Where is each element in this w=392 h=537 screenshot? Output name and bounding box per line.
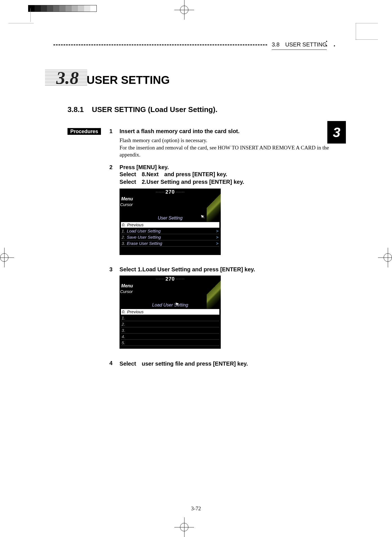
- chevron-right-icon: >: [216, 241, 220, 246]
- menu-item-index: 0.: [121, 222, 126, 227]
- compass-heading: 270: [166, 189, 175, 195]
- menu-item: 0.Previous: [121, 222, 220, 228]
- page-content: 3.8 USER SETTING ・・・ 3.8 USER SETTING 3.…: [53, 39, 340, 375]
- step-number: 1: [109, 128, 114, 158]
- page-number: 3-72: [0, 505, 392, 512]
- menu-item: 1.Load User Setting>: [121, 228, 220, 234]
- step-number: 4: [109, 360, 114, 370]
- crop-mark: [355, 23, 378, 23]
- menu-item-index: 0.: [121, 309, 126, 314]
- menu-item-index: 1.: [121, 229, 126, 233]
- crop-mark: [30, 8, 31, 22]
- screenshot-load-user-setting-menu: 270 Menu Cursor Load User Setting 0.Prev…: [120, 276, 221, 349]
- menu-item-index: 4.: [121, 334, 126, 339]
- screenshot-user-setting-menu: 270 Menu Cursor User Setting 0.Previous1…: [120, 189, 221, 255]
- crop-mark: [356, 23, 356, 40]
- chevron-right-icon: >: [216, 235, 220, 240]
- step-title: Insert a flash memory card into the card…: [120, 128, 340, 135]
- menu-item: 5.: [121, 340, 220, 346]
- menu-item: 0.Previous: [121, 309, 220, 315]
- menu-item-index: 2.: [121, 235, 126, 240]
- registration-mark-top: [174, 0, 194, 20]
- step-number: 2: [109, 164, 114, 261]
- chapter-tab: 3: [327, 121, 346, 144]
- header-dots-icon: ・・・: [323, 39, 339, 48]
- step-2: 2 Press [MENU] key. Select 8.Next and pr…: [109, 164, 340, 261]
- menu-item: 1.: [121, 315, 220, 321]
- registration-mark-bottom: [174, 517, 194, 537]
- crop-mark: [8, 23, 34, 23]
- menu-item-index: 5.: [121, 340, 126, 345]
- step-1: 1 Insert a flash memory card into the ca…: [109, 128, 340, 158]
- menu-item: 3.Erase User Setting>: [121, 240, 220, 247]
- menu-item: 4.: [121, 334, 220, 340]
- registration-mark-left: [0, 248, 14, 267]
- grayscale-calibration-strip: [28, 5, 97, 12]
- step-title: Press [MENU] key. Select 8.Next and pres…: [120, 164, 340, 186]
- subsection-heading: 3.8.1 USER SETTING (Load User Setting).: [67, 105, 340, 114]
- step-number: 3: [109, 266, 114, 354]
- menu-item-index: 3.: [121, 328, 126, 333]
- procedures-badge: Procedures: [67, 128, 101, 135]
- section-number: 3.8: [53, 68, 82, 88]
- crop-mark: [355, 39, 378, 40]
- menu-item-index: 3.: [121, 241, 126, 246]
- chevron-right-icon: >: [216, 229, 220, 233]
- menu-title: Load User Setting: [120, 283, 221, 309]
- menu-item-label: Save User Setting: [126, 235, 216, 240]
- steps-container: 1 Insert a flash memory card into the ca…: [109, 128, 340, 375]
- step-title: Select 1.Load User Setting and press [EN…: [120, 266, 340, 273]
- menu-item-index: 2.: [121, 322, 126, 326]
- menu-item-label: Load User Setting: [126, 229, 216, 233]
- menu-item: 2.Save User Setting>: [121, 234, 220, 240]
- menu-item: 3.: [121, 327, 220, 334]
- menu-item-label: Previous: [126, 222, 219, 227]
- menu-item: 2.: [121, 321, 220, 327]
- step-3: 3 Select 1.Load User Setting and press […: [109, 266, 340, 354]
- registration-mark-right: [378, 248, 392, 267]
- step-title: Select user setting file and press [ENTE…: [120, 360, 340, 368]
- running-header-text: 3.8 USER SETTING: [272, 41, 327, 50]
- menu-item-label: Previous: [126, 309, 219, 314]
- step-4: 4 Select user setting file and press [EN…: [109, 360, 340, 370]
- compass-heading: 270: [166, 276, 175, 282]
- menu-item-label: Erase User Setting: [126, 241, 216, 246]
- section-title: USER SETTING: [87, 74, 170, 86]
- menu-item-index: 1.: [121, 316, 126, 320]
- running-header: 3.8 USER SETTING ・・・: [53, 39, 340, 51]
- section-heading: 3.8 USER SETTING: [53, 68, 340, 88]
- step-description: Flash memory card (option) is necessary.…: [120, 137, 340, 158]
